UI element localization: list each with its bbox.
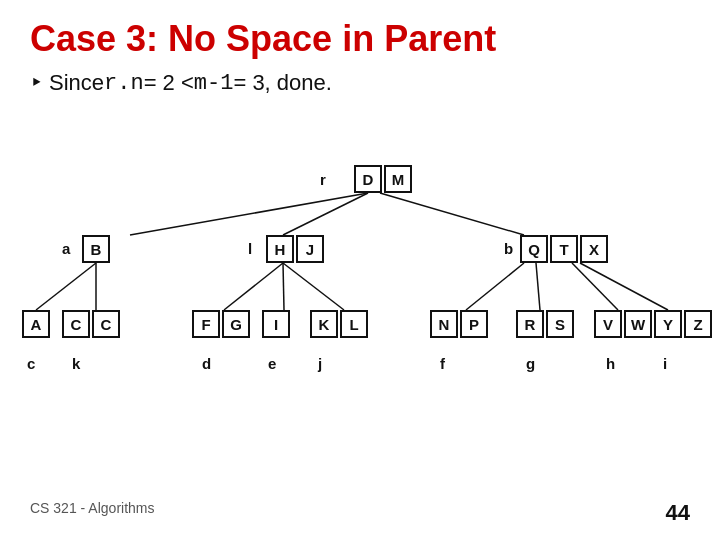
node-S: S [546, 310, 574, 338]
svg-line-5 [224, 263, 283, 310]
node-G: G [222, 310, 250, 338]
node-r-label: r [320, 171, 326, 188]
node-F: F [192, 310, 220, 338]
node-K: K [310, 310, 338, 338]
subtitle-code2: m-1 [194, 71, 234, 96]
node-Q: Q [520, 235, 548, 263]
tree-diagram: r D M a B l H J b Q T X A c C C k F G d … [0, 155, 720, 465]
node-C2: C [92, 310, 120, 338]
node-I: I [262, 310, 290, 338]
node-R: R [516, 310, 544, 338]
node-Y: Y [654, 310, 682, 338]
svg-line-3 [36, 263, 96, 310]
node-D: D [354, 165, 382, 193]
node-A: A [22, 310, 50, 338]
node-H: H [266, 235, 294, 263]
node-e-label: e [268, 355, 276, 372]
node-T: T [550, 235, 578, 263]
svg-line-6 [283, 263, 284, 310]
node-b-label: b [504, 240, 513, 257]
node-j-label: j [318, 355, 322, 372]
node-C1: C [62, 310, 90, 338]
node-P: P [460, 310, 488, 338]
svg-line-7 [283, 263, 344, 310]
node-Z: Z [684, 310, 712, 338]
node-M: M [384, 165, 412, 193]
subtitle-mid: = 2 < [144, 70, 194, 96]
node-L: L [340, 310, 368, 338]
node-g-label: g [526, 355, 535, 372]
subtitle: ‣ Since r.n = 2 < m-1 = 3, done. [0, 66, 720, 96]
page-title: Case 3: No Space in Parent [0, 0, 720, 66]
svg-line-10 [572, 263, 618, 310]
svg-line-11 [580, 263, 668, 310]
node-B: B [82, 235, 110, 263]
svg-line-1 [283, 193, 368, 235]
node-J: J [296, 235, 324, 263]
node-h-label: h [606, 355, 615, 372]
svg-line-2 [380, 193, 524, 235]
node-c-label: c [27, 355, 35, 372]
subtitle-end: = 3, done. [233, 70, 331, 96]
node-l-label: l [248, 240, 252, 257]
svg-line-9 [536, 263, 540, 310]
node-a-label: a [62, 240, 70, 257]
node-i-label: i [663, 355, 667, 372]
svg-line-8 [466, 263, 524, 310]
node-d-label: d [202, 355, 211, 372]
subtitle-code1: r.n [104, 71, 144, 96]
node-W: W [624, 310, 652, 338]
node-N: N [430, 310, 458, 338]
node-k-label: k [72, 355, 80, 372]
footer-course: CS 321 - Algorithms [30, 500, 155, 526]
node-X: X [580, 235, 608, 263]
subtitle-since: Since [49, 70, 104, 96]
node-f-label: f [440, 355, 445, 372]
node-V: V [594, 310, 622, 338]
footer-page: 44 [666, 500, 690, 526]
footer: CS 321 - Algorithms 44 [0, 500, 720, 526]
bullet-point: ‣ [30, 70, 43, 96]
svg-line-0 [130, 193, 368, 235]
